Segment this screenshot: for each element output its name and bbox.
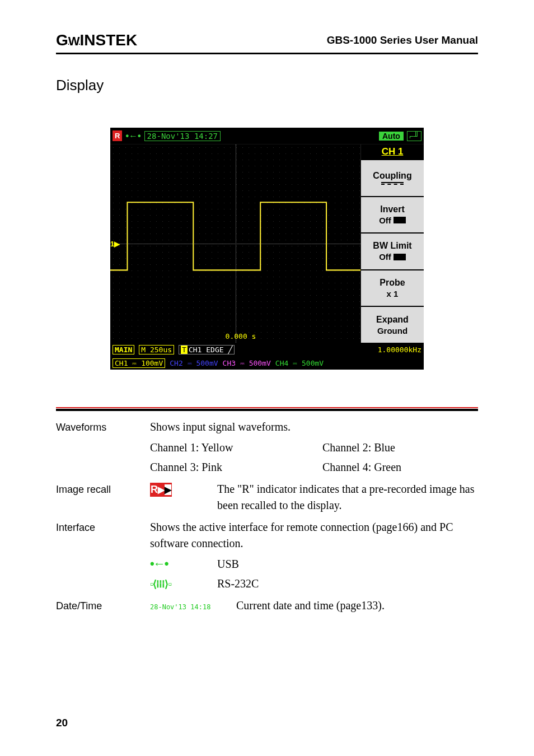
time-zero-label: 0.000 s	[226, 332, 256, 340]
oscilloscope-screenshot: R •←• 28-Nov'13 14:27 Auto ⌐╜ 1▶ 0.000 s	[56, 128, 478, 370]
page-header: GWINSTEK GBS-1000 Series User Manual	[56, 31, 478, 54]
waveforms-desc: Shows input signal waveforms.	[150, 419, 478, 435]
r-indicator-icon: R▶▶	[150, 483, 172, 497]
usb-icon: •←•	[150, 557, 167, 571]
menu-invert[interactable]: Invert Off	[361, 196, 424, 233]
side-menu-title: CH 1	[361, 144, 424, 159]
scope-datetime: 28-Nov'13 14:27	[144, 131, 221, 141]
table-divider	[56, 409, 478, 411]
toggle-off-icon	[394, 217, 406, 223]
trigger-label: TCH1 EDGE ╱	[179, 345, 235, 354]
rs232-label: RS-232C	[217, 576, 259, 592]
waveform-grid: 1▶ 0.000 s	[110, 144, 361, 343]
datetime-desc: Current date and time (page133).	[236, 598, 385, 614]
ch4-color: Channel 4: Green	[322, 459, 478, 475]
label-interface: Interface	[56, 519, 150, 592]
ch1-status: CH1 ⎓ 100mV	[113, 358, 165, 368]
brand-logo: GWINSTEK	[56, 31, 137, 49]
label-datetime: Date/Time	[56, 598, 150, 614]
usb-icon: •←•	[125, 131, 140, 141]
waveform-trace	[110, 200, 360, 271]
ch1-color: Channel 1: Yellow	[150, 440, 306, 456]
auto-badge: Auto	[379, 132, 404, 141]
interface-desc: Shows the active interface for remote co…	[150, 519, 478, 552]
image-recall-desc: The "R" indicator indicates that a pre-r…	[217, 481, 478, 514]
usb-label: USB	[217, 556, 239, 572]
page-number: 20	[56, 717, 68, 729]
datetime-sample: 28-Nov'13 14:18	[150, 603, 210, 611]
menu-probe[interactable]: Probe x 1	[361, 269, 424, 306]
ch4-status: CH4 ⎓ 500mV	[275, 359, 324, 367]
row-image-recall: Image recall R▶▶ The "R" indicator indic…	[56, 481, 478, 514]
menu-expand[interactable]: Expand Ground	[361, 306, 424, 343]
menu-bw-limit[interactable]: BW Limit Off	[361, 232, 424, 269]
timebase-label: M 250us	[139, 345, 174, 354]
scope-bottom-bar: MAIN M 250us TCH1 EDGE ╱ 1.00000kHz CH1 …	[110, 343, 424, 370]
ch2-color: Channel 2: Blue	[322, 440, 478, 456]
ch3-color: Channel 3: Pink	[150, 459, 306, 475]
row-interface: Interface Shows the active interface for…	[56, 519, 478, 592]
rs232-icon: ▫⟨⁞⁞⁞⟩▫	[150, 578, 171, 590]
toggle-off-icon	[394, 254, 406, 260]
r-badge: R	[113, 130, 122, 141]
menu-coupling[interactable]: Coupling	[361, 159, 424, 196]
label-image-recall: Image recall	[56, 481, 150, 514]
ch2-status: CH2 ⎓ 500mV	[170, 359, 218, 367]
trigger-level-icon: ⌐╜	[407, 131, 421, 141]
label-waveforms: Waveforms	[56, 419, 150, 475]
channel-side-menu: CH 1 Coupling Invert Off BW Limit Off	[361, 144, 424, 343]
scope-top-bar: R •←• 28-Nov'13 14:27 Auto ⌐╜	[110, 128, 424, 144]
section-heading: Display	[56, 77, 478, 94]
coupling-icon	[381, 182, 404, 185]
main-label: MAIN	[113, 345, 134, 354]
row-waveforms: Waveforms Shows input signal waveforms. …	[56, 419, 478, 475]
frequency-label: 1.00000kHz	[378, 346, 421, 354]
row-datetime: Date/Time 28-Nov'13 14:18 Current date a…	[56, 598, 478, 614]
manual-title: GBS-1000 Series User Manual	[327, 34, 478, 46]
ch3-status: CH3 ⎓ 500mV	[223, 359, 271, 367]
